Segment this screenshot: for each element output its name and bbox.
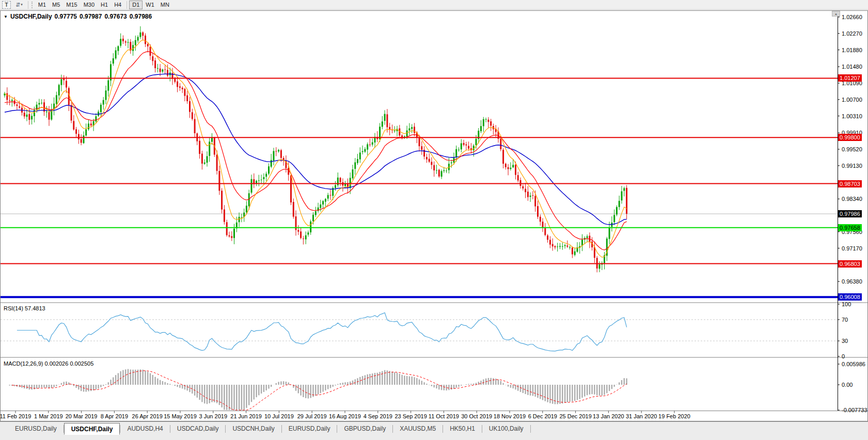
- toolbar-separator: [127, 1, 127, 9]
- toolbar-separator: [28, 1, 28, 9]
- timeframe-button-m1[interactable]: M1: [35, 1, 49, 9]
- symbol-tab-eurusd-daily[interactable]: EURUSD,Daily: [8, 423, 64, 435]
- timeframe-button-w1[interactable]: W1: [143, 1, 157, 9]
- text-tool-icon: T: [5, 2, 8, 8]
- timeframe-button-mn[interactable]: MN: [157, 1, 172, 9]
- tab-divider: [530, 425, 531, 433]
- chart-tabs-bar: EURUSD,DailyUSDCHF,DailyAUDUSD,H4USDCAD,…: [0, 421, 868, 440]
- top-toolbar: T ⇵ ▾ M1M5M15M30H1H4D1W1MN: [0, 0, 868, 10]
- scroll-up-icon: ▲: [834, 12, 838, 15]
- symbol-tab-audusd-h4[interactable]: AUDUSD,H4: [120, 423, 169, 435]
- timeframe-button-h1[interactable]: H1: [98, 1, 111, 9]
- timeframe-button-m15[interactable]: M15: [63, 1, 80, 9]
- timeframe-buttons: M1M5M15M30H1H4D1W1MN: [35, 1, 172, 9]
- symbol-tab-hk50-h1[interactable]: HK50,H1: [443, 423, 482, 435]
- scroll-up-button[interactable]: ▲: [832, 11, 840, 17]
- text-tool-button[interactable]: T: [2, 1, 11, 9]
- chevron-down-icon: ▾: [21, 3, 23, 7]
- chart-canvas[interactable]: [0, 0, 868, 440]
- arrows-icon: ⇵: [15, 2, 20, 8]
- symbol-tab-usdcnh-daily[interactable]: USDCNH,Daily: [226, 423, 281, 435]
- timeframe-button-h4[interactable]: H4: [111, 1, 124, 9]
- symbol-tab-usdchf-daily[interactable]: USDCHF,Daily: [64, 423, 120, 435]
- timeframe-button-m5[interactable]: M5: [49, 1, 63, 9]
- symbol-tab-xauusd-m5[interactable]: XAUUSD,M5: [393, 423, 443, 435]
- symbol-tab-uk100-daily[interactable]: UK100,Daily: [482, 423, 530, 435]
- chart-window-frame: [1, 11, 868, 421]
- symbol-tab-gbpusd-daily[interactable]: GBPUSD,Daily: [337, 423, 392, 435]
- timeframe-button-m30[interactable]: M30: [81, 1, 98, 9]
- symbol-tab-usdcad-daily[interactable]: USDCAD,Daily: [170, 423, 226, 435]
- symbol-tab-eurusd-daily[interactable]: EURUSD,Daily: [282, 423, 337, 435]
- metatrader-window: T ⇵ ▾ M1M5M15M30H1H4D1W1MN ▼ USDCHF,Dail…: [0, 0, 868, 440]
- arrows-tool-button[interactable]: ⇵ ▾: [12, 1, 26, 9]
- timeframe-button-d1[interactable]: D1: [129, 1, 143, 9]
- toolbar-grip[interactable]: [31, 2, 33, 8]
